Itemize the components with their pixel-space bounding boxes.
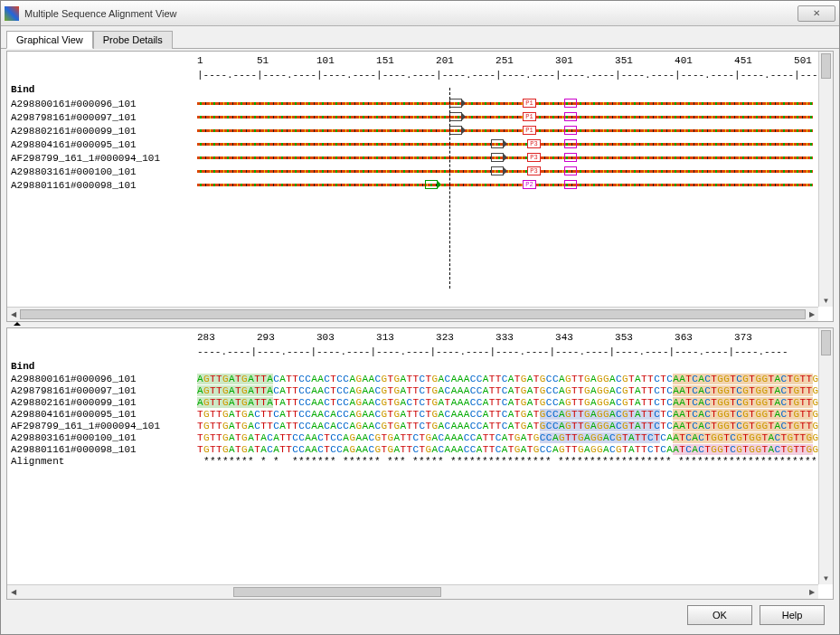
top-ruler: 1 51 101 151 201 251 301 351 401 451 501… (7, 52, 818, 66)
track-row[interactable]: A298802161#000099_101P1 (7, 124, 818, 137)
tab-probe-details[interactable]: Probe Details (93, 31, 173, 49)
probe-marker[interactable] (564, 126, 577, 135)
probe-marker[interactable] (491, 139, 504, 148)
sequence-text: AGTTGATGATTACATTCCAACTCCAGAACGTGATTCTGAC… (197, 385, 818, 397)
probe-marker[interactable] (449, 99, 462, 108)
probe-marker[interactable] (564, 180, 577, 189)
alignment-text: ******** * * ******* ****** *** ***** **… (197, 456, 818, 468)
window-title: Multiple Sequence Alignment View (24, 8, 798, 19)
sequence-row[interactable]: AF298799_161_1#000094_101TGTTGATGACTTCAT… (7, 421, 818, 432)
sequence-label: A298803161#000100_101 (7, 166, 197, 177)
sequence-track: P1 (197, 114, 813, 120)
sequence-label: A298804161#000095_101 (7, 409, 197, 421)
bot-ruler-dash: ----.----|----.----|----.----|----.----|… (7, 343, 818, 357)
probe-marker[interactable] (449, 112, 462, 121)
probe-marker[interactable]: P2 (523, 180, 535, 189)
alignment-row: Alignment ******** * * ******* ****** **… (7, 456, 818, 468)
graphical-panel: 1 51 101 151 201 251 301 351 401 451 501… (6, 51, 834, 322)
dialog-buttons: OK Help (6, 600, 834, 630)
sequence-row[interactable]: A298801161#000098_101TGTTGATGATACATTCCAA… (7, 444, 818, 456)
probe-marker[interactable] (564, 166, 577, 175)
sequence-label: AF298799_161_1#000094_101 (7, 153, 197, 164)
titlebar: Multiple Sequence Alignment View ✕ (1, 1, 839, 26)
sequence-label: A298802161#000099_101 (7, 126, 197, 137)
sequence-text: AGTTGATGATTATATTCCAACTCCAGAACGTGACTCTGAT… (197, 397, 818, 409)
tab-bar: Graphical View Probe Details (1, 26, 839, 49)
top-scroll-h[interactable]: ◀ ▶ (7, 307, 818, 321)
sequence-track: P1 (197, 100, 813, 107)
probe-marker[interactable]: P1 (523, 99, 535, 108)
ok-button[interactable]: OK (687, 605, 752, 625)
probe-marker[interactable] (564, 153, 577, 162)
track-row[interactable]: A298804161#000095_101P3 (7, 137, 818, 151)
sequence-label: A298800161#000096_101 (7, 99, 197, 109)
sequence-row[interactable]: A298800161#000096_101AGTTGATGATTACATTCCA… (7, 374, 818, 385)
bot-ruler: 283 293 303 313 323 333 343 353 363 373 (7, 328, 818, 343)
sequence-row[interactable]: A298802161#000099_101AGTTGATGATTATATTCCA… (7, 397, 818, 409)
probe-marker[interactable] (564, 139, 577, 148)
sequence-track: P1 (197, 128, 813, 134)
probe-marker[interactable] (425, 180, 438, 189)
top-ruler-dash: |----.----|----.----|----.----|----.----… (7, 66, 818, 81)
sequence-label: A298802161#000099_101 (7, 397, 197, 409)
sequence-text: TGTTGATGATACATTCCAACTCCAGAACGTGATTCTGACA… (197, 444, 818, 456)
sequence-track: P3 (197, 168, 813, 175)
sequence-label: AF298799_161_1#000094_101 (7, 421, 197, 432)
probe-marker[interactable]: P3 (527, 153, 540, 162)
top-scroll-v[interactable]: ▲ ▼ (818, 52, 833, 307)
probe-marker[interactable] (491, 153, 504, 162)
track-row[interactable]: A298801161#000098_101P2 (7, 178, 818, 192)
sequence-row[interactable]: A298798161#000097_101AGTTGATGATTACATTCCA… (7, 385, 818, 397)
probe-marker[interactable]: P3 (527, 139, 540, 148)
sequence-track: P2 (197, 182, 813, 188)
tab-graphical-view[interactable]: Graphical View (6, 31, 93, 49)
sequence-label: A298798161#000097_101 (7, 112, 197, 123)
probe-marker[interactable] (449, 126, 462, 135)
close-button[interactable]: ✕ (798, 5, 835, 22)
bot-scroll-h[interactable]: ◀ ▶ (7, 584, 818, 599)
alignment-label: Alignment (7, 456, 197, 468)
bind-header-top: Bind (7, 81, 818, 97)
probe-marker[interactable] (564, 99, 577, 108)
sequence-text: TGTTGATGACTTCATTCCAACACCAGAACGTGATTCTGAC… (197, 421, 818, 432)
sequence-label: A298801161#000098_101 (7, 444, 197, 456)
sequence-label: A298798161#000097_101 (7, 385, 197, 397)
sequence-label: A298801161#000098_101 (7, 180, 197, 191)
sequence-row[interactable]: A298803161#000100_101TGTTGATGATACATTCCAA… (7, 432, 818, 444)
sequence-label: A298803161#000100_101 (7, 432, 197, 444)
sequence-body[interactable]: 283 293 303 313 323 333 343 353 363 373 … (7, 328, 818, 584)
track-row[interactable]: A298803161#000100_101P3 (7, 165, 818, 178)
sequence-label: A298800161#000096_101 (7, 374, 197, 385)
track-row[interactable]: A298800161#000096_101P1 (7, 97, 818, 110)
position-cursor[interactable] (449, 88, 450, 289)
bot-scroll-v[interactable]: ▲ ▼ (818, 328, 833, 584)
help-button[interactable]: Help (760, 605, 825, 625)
probe-marker[interactable]: P3 (527, 166, 540, 175)
probe-marker[interactable] (491, 166, 504, 175)
app-icon (5, 6, 19, 21)
sequence-text: TGTTGATGACTTCATTCCAACACCAGAACGTGATTCTGAC… (197, 409, 818, 421)
probe-marker[interactable]: P1 (523, 126, 535, 135)
sequence-label: A298804161#000095_101 (7, 139, 197, 150)
panel-splitter[interactable] (6, 322, 834, 326)
sequence-row[interactable]: A298804161#000095_101TGTTGATGACTTCATTCCA… (7, 409, 818, 421)
sequence-track: P3 (197, 141, 813, 147)
sequence-track: P3 (197, 155, 813, 161)
content-area: 1 51 101 151 201 251 301 351 401 451 501… (1, 49, 839, 634)
probe-marker[interactable]: P1 (523, 112, 535, 121)
track-row[interactable]: AF298799_161_1#000094_101P3 (7, 151, 818, 165)
app-window: Multiple Sequence Alignment View ✕ Graph… (0, 0, 840, 635)
track-row[interactable]: A298798161#000097_101P1 (7, 110, 818, 124)
graphical-body[interactable]: 1 51 101 151 201 251 301 351 401 451 501… (7, 52, 818, 307)
sequence-text: TGTTGATGATACATTCCAACTCCAGAACGTGATTCTGACA… (197, 432, 818, 444)
bind-header-bot: Bind (7, 357, 818, 374)
sequence-panel: 283 293 303 313 323 333 343 353 363 373 … (6, 327, 834, 600)
probe-marker[interactable] (564, 112, 577, 121)
sequence-text: AGTTGATGATTACATTCCAACTCCAGAACGTGATTCTGAC… (197, 374, 818, 385)
